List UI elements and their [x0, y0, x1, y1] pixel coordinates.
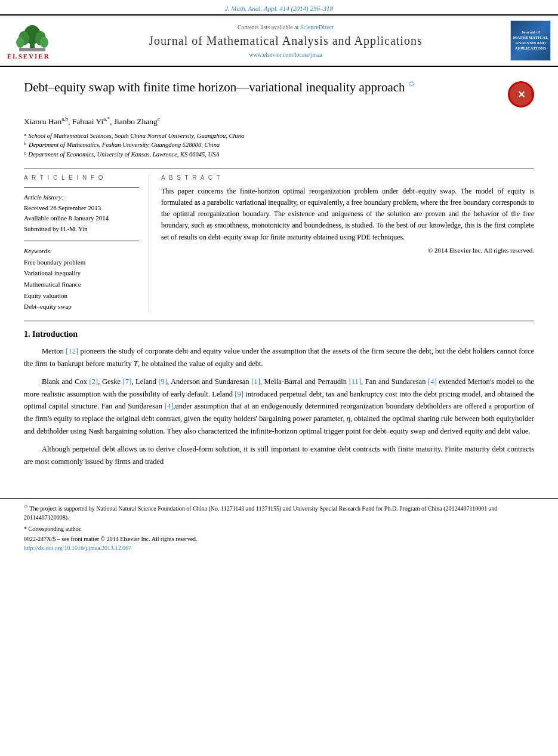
info-divider — [24, 187, 139, 188]
ref-9a[interactable]: [9] — [158, 377, 167, 386]
affil-text-c: Department of Economics, University of K… — [29, 150, 220, 159]
keyword-1: Free boundary problem — [24, 257, 139, 268]
ref-7[interactable]: [7] — [123, 377, 132, 386]
intro-paragraph-3: Although perpetual debt allows us to der… — [24, 443, 534, 468]
keyword-5: Debt–equity swap — [24, 301, 139, 312]
intro-paragraph-1: Merton [12] pioneers the study of corpor… — [24, 345, 534, 370]
journal-ref-text: J. Math. Anal. Appl. 414 (2014) 296–318 — [225, 5, 333, 12]
footnote-star-text: ✩ The project is supported by National N… — [24, 503, 534, 522]
contents-text: Contents lists available at — [238, 24, 298, 30]
main-content: Debt–equity swap with finite time horizo… — [0, 67, 558, 486]
section-divider — [24, 321, 534, 321]
article-info-header: A R T I C L E I N F O — [24, 174, 139, 181]
footnote-text: The project is supported by National Nat… — [24, 505, 497, 521]
article-title: Debt–equity swap with finite time horizo… — [24, 79, 501, 96]
svg-point-4 — [16, 37, 24, 48]
article-title-text: Debt–equity swap with finite time horizo… — [24, 80, 405, 94]
article-history-title: Article history: — [24, 193, 139, 201]
received-date: Received 26 September 2013 — [24, 203, 139, 214]
ref-4a[interactable]: [4] — [428, 377, 437, 386]
ref-1[interactable]: [1] — [251, 377, 260, 386]
authors: Xiaoru Hana,b, Fahuai Yia,*, Jianbo Zhan… — [24, 116, 534, 127]
submitted-by: Submitted by H.-M. Yin — [24, 224, 139, 235]
crossmark-icon: ✕ — [508, 81, 534, 107]
keywords-title: Keywords: — [24, 247, 139, 254]
affil-sup-label-a: a — [24, 131, 26, 141]
page: J. Math. Anal. Appl. 414 (2014) 296–318 … — [0, 0, 558, 756]
elsevier-logo: ELSEVIER — [7, 21, 61, 60]
journal-cover-image: Journal of MATHEMATICAL ANALYSIS AND APP… — [510, 20, 551, 61]
footer-doi[interactable]: http://dx.doi.org/10.1016/j.jmaa.2013.12… — [24, 545, 534, 551]
article-star: ✩ — [408, 79, 415, 88]
article-title-block: Debt–equity swap with finite time horizo… — [24, 79, 534, 107]
footer-copyright: 0022-247X/$ – see front matter © 2014 El… — [24, 536, 534, 542]
journal-reference: J. Math. Anal. Appl. 414 (2014) 296–318 — [0, 0, 558, 14]
abstract-text: This paper concerns the finite-horizon o… — [161, 186, 534, 243]
section-title-text: Introduction — [32, 330, 78, 339]
affiliations: a School of Mathematical Sciences, South… — [24, 131, 534, 159]
affil-text-a: School of Mathematical Sciences, South C… — [29, 131, 245, 141]
affil-line-b: b Department of Mathematics, Foshan Univ… — [24, 140, 534, 150]
ref-2[interactable]: [2] — [90, 377, 98, 386]
affil-line-c: c Department of Economics, University of… — [24, 150, 534, 159]
affil-line-a: a School of Mathematical Sciences, South… — [24, 131, 534, 141]
svg-rect-6 — [19, 48, 45, 51]
journal-header: ELSEVIER Contents lists available at Sci… — [0, 14, 558, 67]
footer: ✩ The project is supported by National N… — [0, 498, 558, 556]
ref-12[interactable]: [12] — [66, 347, 78, 355]
section-number: 1. — [24, 330, 30, 339]
cover-text: Journal of MATHEMATICAL ANALYSIS AND APP… — [513, 30, 548, 51]
journal-url[interactable]: www.elsevier.com/locate/jmaa — [68, 51, 503, 58]
article-info-col: A R T I C L E I N F O Article history: R… — [24, 174, 149, 312]
svg-point-5 — [40, 37, 48, 48]
keyword-2: Variational inequality — [24, 268, 139, 279]
affil-sup-label-b: b — [24, 140, 26, 150]
svg-text:✕: ✕ — [517, 90, 525, 100]
intro-paragraph-2: Blank and Cox [2], Geske [7], Leland [9]… — [24, 376, 534, 437]
affil-text-b: Department of Mathematics, Foshan Univer… — [29, 140, 220, 150]
elsevier-brand-text: ELSEVIER — [7, 53, 50, 60]
sciencedirect-link[interactable]: ScienceDirect — [300, 24, 334, 30]
corresponding-note: * Corresponding author. — [24, 524, 534, 533]
sciencedirect-line: Contents lists available at ScienceDirec… — [68, 24, 503, 30]
abstract-header: A B S T R A C T — [161, 174, 534, 181]
affil-sup-a: a,b — [61, 116, 68, 122]
affil-sup-b: a,* — [103, 116, 110, 122]
copyright-text: © 2014 Elsevier Inc. All rights reserved… — [161, 247, 534, 254]
ref-11[interactable]: [11] — [349, 377, 361, 386]
ref-9b[interactable]: [9] — [235, 390, 243, 398]
available-date: Available online 8 January 2014 — [24, 213, 139, 224]
journal-title-block: Contents lists available at ScienceDirec… — [68, 24, 503, 58]
abstract-col: A B S T R A C T This paper concerns the … — [161, 174, 534, 312]
keyword-4: Equity valuation — [24, 290, 139, 302]
header-divider — [24, 168, 534, 168]
ref-4b[interactable]: [4] — [165, 402, 174, 410]
intro-section-title: 1. Introduction — [24, 330, 534, 339]
affil-sup-label-c: c — [24, 150, 26, 159]
journal-title-main: Journal of Mathematical Analysis and App… — [68, 34, 503, 48]
crossmark-badge[interactable]: ✕ — [508, 81, 534, 107]
affil-sup-c: c — [158, 116, 160, 122]
keywords-divider — [24, 241, 139, 241]
keyword-3: Mathematical finance — [24, 279, 139, 290]
footnote-star-sup: ✩ — [24, 504, 28, 509]
elsevier-tree-icon — [7, 21, 58, 51]
two-col-section: A R T I C L E I N F O Article history: R… — [24, 174, 534, 312]
